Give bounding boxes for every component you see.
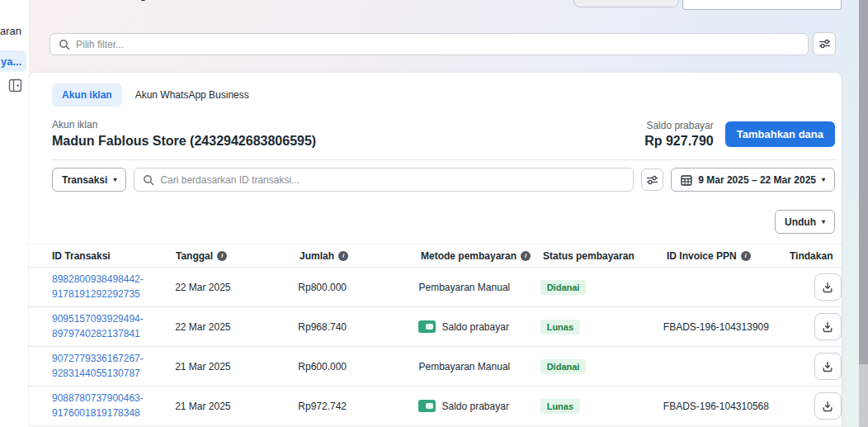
table-row: 9095157093929494-8979740282137841 22 Mar… xyxy=(29,307,842,347)
download-invoice-button[interactable] xyxy=(814,273,842,301)
transaction-date: 22 Mar 2025 xyxy=(175,321,298,333)
scrollbar-thumb[interactable] xyxy=(859,0,868,364)
account-identity: Akun iklan Madun Fablous Store (24329426… xyxy=(52,119,316,149)
tab-akun-iklan[interactable]: Akun iklan xyxy=(52,83,122,107)
balance-value: Rp 927.790 xyxy=(644,134,714,149)
sidebar-item-active-label: ya... xyxy=(1,55,21,68)
search-settings-button[interactable] xyxy=(641,168,663,191)
table-row: 8982800938498442-9178191292292735 22 Mar… xyxy=(29,268,842,307)
transaction-amount: Rp972.742 xyxy=(298,401,418,412)
download-dropdown-button[interactable]: Unduh ▾ xyxy=(775,210,835,234)
download-row: Unduh ▾ xyxy=(29,192,842,234)
transaction-type-dropdown[interactable]: Transaksi ▾ xyxy=(52,168,126,192)
download-invoice-button[interactable] xyxy=(814,392,842,420)
chevron-down-icon: ▾ xyxy=(113,176,116,183)
transaction-id-link[interactable]: 9088780737900463-9176001819178348 xyxy=(52,392,144,418)
status-badge: Didanai xyxy=(540,359,587,374)
transaction-date: 21 Mar 2025 xyxy=(175,361,298,372)
status-badge: Lunas xyxy=(540,399,580,414)
sidebar: aran ya... xyxy=(0,0,29,427)
payment-status: Lunas xyxy=(540,399,663,414)
page-title: Pembayaran xyxy=(73,0,196,2)
global-filter-input[interactable] xyxy=(76,39,800,50)
calendar-icon xyxy=(681,174,692,186)
payment-status: Didanai xyxy=(540,280,663,295)
transaction-id-link[interactable]: 9095157093929494-8979740282137841 xyxy=(52,313,144,339)
transactions-table: ID Transaksi Tanggali Jumlahi Metode pem… xyxy=(29,244,842,426)
column-header-metode-pembayaran[interactable]: Metode pembayarani xyxy=(421,250,543,262)
info-icon[interactable]: i xyxy=(338,251,348,261)
payment-method: Pembayaran Manual xyxy=(418,361,540,372)
payment-method: Pembayaran Manual xyxy=(418,282,540,293)
payment-method: Saldo prabayar xyxy=(418,320,540,333)
transaction-id-link[interactable]: 9072779336167267-9283144055130787 xyxy=(52,353,144,378)
transaction-amount: Rp968.740 xyxy=(298,321,418,333)
transaction-amount: Rp600.000 xyxy=(298,361,418,372)
account-name: Madun Fablous Store (2432942683806595) xyxy=(52,134,316,149)
vertical-scrollbar[interactable] xyxy=(859,0,868,427)
column-header-tindakan: Tindakan xyxy=(790,250,842,262)
info-icon[interactable]: i xyxy=(217,251,227,261)
prepaid-balance: Saldo prabayar Rp 927.790 xyxy=(644,120,714,149)
search-icon xyxy=(59,39,70,50)
top-cut-button-right[interactable] xyxy=(682,0,842,10)
table-row: 9088780737900463-9176001819178348 21 Mar… xyxy=(29,387,842,426)
payment-status: Lunas xyxy=(540,320,663,334)
filter-settings-button[interactable] xyxy=(813,32,836,55)
sidebar-item-pembayaran-partial[interactable]: aran xyxy=(0,25,21,37)
payment-method: Saldo prabayar xyxy=(418,400,540,412)
column-header-tanggal[interactable]: Tanggali xyxy=(176,250,300,262)
account-type-label: Akun iklan xyxy=(52,119,316,130)
balance-label: Saldo prabayar xyxy=(644,120,714,131)
account-summary-row: Akun iklan Madun Fablous Store (24329426… xyxy=(29,114,842,159)
table-row: 9072779336167267-9283144055130787 21 Mar… xyxy=(29,347,842,387)
status-badge: Lunas xyxy=(540,320,580,334)
global-filter-input-wrap xyxy=(50,33,809,55)
date-range-picker[interactable]: 9 Mar 2025 – 22 Mar 2025 ▾ xyxy=(671,168,835,192)
transaction-date: 22 Mar 2025 xyxy=(175,282,298,293)
transaction-amount: Rp800.000 xyxy=(298,282,418,293)
column-header-id-invoice-ppn[interactable]: ID Invoice PPNi xyxy=(667,250,790,262)
info-icon[interactable]: i xyxy=(741,251,751,261)
column-header-jumlah[interactable]: Jumlahi xyxy=(300,250,421,262)
transaction-date: 21 Mar 2025 xyxy=(175,401,298,412)
status-badge: Didanai xyxy=(540,280,587,295)
sidebar-collapse-icon[interactable] xyxy=(8,78,22,93)
invoice-id: FBADS-196-104310568 xyxy=(663,401,785,412)
add-funds-button[interactable]: Tambahkan dana xyxy=(725,121,835,147)
chevron-down-icon: ▾ xyxy=(822,176,825,183)
prepaid-wallet-icon xyxy=(418,400,436,412)
info-icon[interactable]: i xyxy=(521,251,531,261)
invoice-id: FBADS-196-104313909 xyxy=(663,321,785,333)
download-invoice-button[interactable] xyxy=(814,353,842,380)
prepaid-wallet-icon xyxy=(418,320,436,333)
column-header-id-transaksi[interactable]: ID Transaksi xyxy=(52,250,176,262)
chevron-down-icon: ▾ xyxy=(822,218,825,225)
transaction-id-link[interactable]: 8982800938498442-9178191292292735 xyxy=(52,273,144,299)
balance-area: Saldo prabayar Rp 927.790 Tambahkan dana xyxy=(644,120,835,149)
column-header-status-pembayaran[interactable]: Status pembayaran xyxy=(543,250,667,262)
search-icon xyxy=(143,174,154,186)
payment-status: Didanai xyxy=(540,359,663,374)
tab-akun-whatsapp-business[interactable]: Akun WhatsApp Business xyxy=(135,89,249,101)
transaction-search-input[interactable] xyxy=(160,174,625,186)
top-cut-button-left[interactable] xyxy=(573,0,679,7)
billing-panel: Akun iklan Akun WhatsApp Business Akun i… xyxy=(29,73,842,427)
account-type-tabs: Akun iklan Akun WhatsApp Business xyxy=(29,73,842,114)
download-invoice-button[interactable] xyxy=(814,313,842,340)
transaction-search-wrap xyxy=(134,168,634,192)
transactions-toolbar: Transaksi ▾ 9 Mar 2025 – 22 Mar 2025 ▾ xyxy=(29,160,842,192)
sidebar-item-active[interactable]: ya... xyxy=(0,50,26,72)
table-header-row: ID Transaksi Tanggali Jumlahi Metode pem… xyxy=(29,244,842,268)
